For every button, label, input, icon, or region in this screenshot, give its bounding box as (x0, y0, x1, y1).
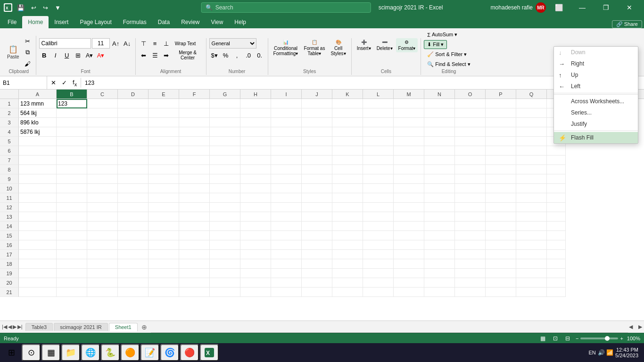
cell-A18[interactable] (19, 259, 57, 269)
cell-B9[interactable] (57, 174, 87, 184)
cell-I2[interactable] (271, 108, 302, 118)
cell-J15[interactable] (302, 231, 332, 240)
row-number-1[interactable]: 1 (0, 99, 19, 108)
tab-data[interactable]: Data (152, 16, 175, 28)
cell-Q20[interactable] (516, 278, 547, 288)
cell-H13[interactable] (240, 212, 271, 222)
cell-O7[interactable] (455, 156, 486, 165)
cell-H3[interactable] (240, 118, 271, 127)
fill-menu-item-across-worksheets[interactable]: Across Worksheets... (554, 96, 638, 107)
cell-K5[interactable] (332, 137, 363, 146)
col-header-j[interactable]: J (302, 90, 332, 99)
cell-I13[interactable] (271, 212, 302, 222)
cell-K9[interactable] (332, 174, 363, 184)
cell-E16[interactable] (149, 240, 179, 250)
cell-Q15[interactable] (516, 231, 547, 240)
cell-O6[interactable] (455, 146, 486, 156)
cell-G4[interactable] (210, 127, 240, 137)
cancel-formula-button[interactable]: ✕ (49, 78, 58, 87)
cell-styles-button[interactable]: 🎨 CellStyles▾ (328, 38, 348, 58)
cell-E3[interactable] (149, 118, 179, 127)
cell-K7[interactable] (332, 156, 363, 165)
cell-L16[interactable] (363, 240, 394, 250)
cell-J10[interactable] (302, 184, 332, 193)
cell-G6[interactable] (210, 146, 240, 156)
cell-P7[interactable] (486, 156, 516, 165)
cell-M12[interactable] (394, 203, 424, 212)
cell-F21[interactable] (179, 288, 210, 297)
cell-C16[interactable] (87, 240, 118, 250)
cell-M20[interactable] (394, 278, 424, 288)
cell-B4[interactable] (57, 127, 87, 137)
cell-P5[interactable] (486, 137, 516, 146)
cell-G13[interactable] (210, 212, 240, 222)
align-right-button[interactable]: ➡ (161, 50, 172, 60)
cell-G20[interactable] (210, 278, 240, 288)
cell-G2[interactable] (210, 108, 240, 118)
cell-Q2[interactable] (516, 108, 547, 118)
fill-menu-item-justify[interactable]: Justify (554, 118, 638, 130)
cell-Q4[interactable] (516, 127, 547, 137)
cell-F8[interactable] (179, 165, 210, 174)
cell-I18[interactable] (271, 259, 302, 269)
align-center-button[interactable]: ☰ (150, 50, 160, 60)
cell-B17[interactable] (57, 250, 87, 259)
cell-G14[interactable] (210, 222, 240, 231)
border-button[interactable]: ⊞ (73, 50, 83, 60)
cell-H21[interactable] (240, 288, 271, 297)
cell-D7[interactable] (118, 156, 149, 165)
ribbon-display-button[interactable]: ⬜ (548, 0, 570, 15)
undo-button[interactable]: ↩ (29, 3, 38, 12)
row-number-21[interactable]: 21 (0, 288, 19, 297)
cell-B14[interactable] (57, 222, 87, 231)
word-button[interactable]: 📝 (140, 344, 159, 361)
cell-P8[interactable] (486, 165, 516, 174)
col-header-g[interactable]: G (210, 90, 240, 99)
cell-P19[interactable] (486, 269, 516, 278)
cell-L18[interactable] (363, 259, 394, 269)
cell-O13[interactable] (455, 212, 486, 222)
cell-B13[interactable] (57, 212, 87, 222)
format-painter-button[interactable]: 🖌 (23, 58, 33, 69)
cell-M5[interactable] (394, 137, 424, 146)
cell-J1[interactable] (302, 99, 332, 108)
col-header-a[interactable]: A (19, 90, 57, 99)
cell-M17[interactable] (394, 250, 424, 259)
row-number-12[interactable]: 12 (0, 203, 19, 212)
cell-M18[interactable] (394, 259, 424, 269)
fill-color-button[interactable]: A▾ (84, 50, 95, 60)
cell-O10[interactable] (455, 184, 486, 193)
cell-D17[interactable] (118, 250, 149, 259)
cell-A3[interactable]: 896 klo (19, 118, 57, 127)
cell-Q5[interactable] (516, 137, 547, 146)
cell-E18[interactable] (149, 259, 179, 269)
cell-N21[interactable] (424, 288, 455, 297)
cell-Q9[interactable] (516, 174, 547, 184)
cell-C8[interactable] (87, 165, 118, 174)
cell-C10[interactable] (87, 184, 118, 193)
merge-center-button[interactable]: Merge & Center (173, 50, 203, 60)
cell-B3[interactable] (57, 118, 87, 127)
cell-Q8[interactable] (516, 165, 547, 174)
cell-G1[interactable] (210, 99, 240, 108)
cell-D8[interactable] (118, 165, 149, 174)
cell-G5[interactable] (210, 137, 240, 146)
cell-R21[interactable] (547, 288, 566, 297)
cell-H7[interactable] (240, 156, 271, 165)
tab-help[interactable]: Help (229, 16, 252, 28)
cell-M3[interactable] (394, 118, 424, 127)
cell-L15[interactable] (363, 231, 394, 240)
fill-menu-item-series[interactable]: Series... (554, 107, 638, 118)
font-size-input[interactable] (92, 38, 110, 49)
cell-J6[interactable] (302, 146, 332, 156)
col-header-i[interactable]: I (271, 90, 302, 99)
cell-F2[interactable] (179, 108, 210, 118)
cell-R19[interactable] (547, 269, 566, 278)
cell-J7[interactable] (302, 156, 332, 165)
cell-K18[interactable] (332, 259, 363, 269)
cell-M8[interactable] (394, 165, 424, 174)
cell-D12[interactable] (118, 203, 149, 212)
cell-A4[interactable]: 5876 lkj (19, 127, 57, 137)
autosum-button[interactable]: Σ AutoSum ▾ (424, 30, 461, 39)
cell-F1[interactable] (179, 99, 210, 108)
